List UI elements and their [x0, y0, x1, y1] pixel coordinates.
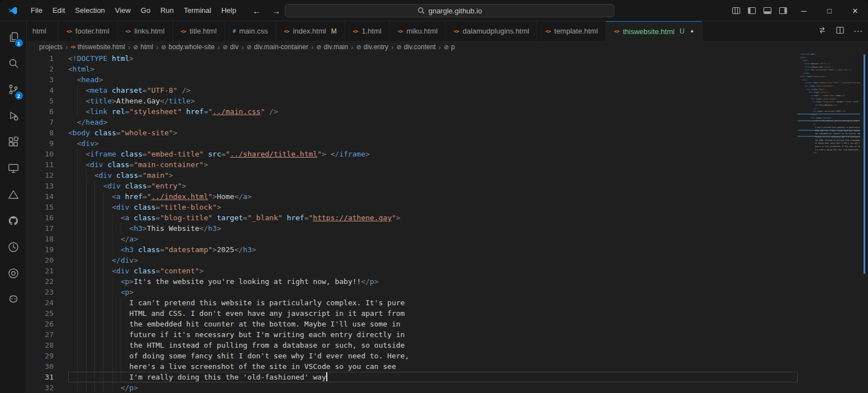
line-number[interactable]: 9 [27, 138, 68, 149]
activity-clock-extension-icon[interactable] [0, 234, 27, 260]
breadcrumb-item-p[interactable]: ⊘p [443, 43, 455, 51]
code-line-12[interactable]: <div class="main"> [68, 170, 798, 181]
code-line-9[interactable]: <div> [68, 138, 798, 149]
line-number[interactable]: 13 [27, 181, 68, 191]
code-line-7[interactable]: </head> [68, 117, 798, 127]
activity-target-extension-icon[interactable] [0, 260, 27, 286]
code-area[interactable]: <!DOCTYPE html><html> <head> <meta chars… [68, 53, 798, 393]
code-line-1[interactable]: <!DOCTYPE html> [68, 53, 798, 64]
breadcrumb-item-body-whole-site[interactable]: ⊘body.whole-site [161, 43, 215, 51]
minimize-button[interactable]: ─ [791, 0, 817, 21]
menu-help[interactable]: Help [216, 3, 241, 18]
code-line-3[interactable]: <head> [68, 74, 798, 85]
activity-extensions-icon[interactable] [0, 129, 27, 155]
tab-main.css[interactable]: #main.css [225, 21, 276, 41]
line-number[interactable]: 2 [27, 64, 68, 74]
code-line-14[interactable]: <a href="../index.html">Home</a> [68, 191, 798, 202]
tab-dalamudplugins.html[interactable]: <>dalamudplugins.html [446, 21, 537, 41]
code-line-28[interactable]: the HTML instead of pulling from a datab… [68, 340, 798, 351]
toggle-primary-sidebar-icon[interactable] [744, 0, 760, 21]
breadcrumb-item-div-content[interactable]: ⊘div.content [397, 43, 436, 51]
line-number[interactable]: 20 [27, 255, 68, 266]
code-line-21[interactable]: <div class="content"> [68, 266, 798, 276]
line-number[interactable]: 29 [27, 351, 68, 361]
code-line-13[interactable]: <div class="entry"> [68, 181, 798, 191]
line-number[interactable]: 12 [27, 170, 68, 181]
activity-copilot-icon[interactable] [0, 286, 27, 312]
tab-template.html[interactable]: <>template.html [537, 21, 606, 41]
menu-edit[interactable]: Edit [47, 3, 70, 18]
code-line-15[interactable]: <div class="title-block"> [68, 202, 798, 212]
breadcrumb-item-projects[interactable]: projects [39, 43, 63, 51]
tab-title.html[interactable]: <>title.html [173, 21, 225, 41]
code-line-27[interactable]: future if it's necessary but I'm writing… [68, 329, 798, 340]
line-number[interactable]: 17 [27, 223, 68, 234]
line-number[interactable]: 30 [27, 361, 68, 372]
line-number[interactable]: 7 [27, 117, 68, 127]
code-line-20[interactable]: </div> [68, 255, 798, 266]
line-number[interactable]: 3 [27, 74, 68, 85]
activity-search-icon[interactable] [0, 50, 27, 76]
code-line-30[interactable]: here's a live screenshot of the site in … [68, 361, 798, 372]
line-number[interactable]: 19 [27, 244, 68, 255]
code-line-22[interactable]: <p>It's the website you're looking at ri… [68, 276, 798, 287]
code-line-11[interactable]: <div class="main-container"> [68, 159, 798, 170]
activity-remote-explorer-icon[interactable] [0, 155, 27, 181]
code-line-8[interactable]: <body class="whole-site"> [68, 127, 798, 138]
menu-run[interactable]: Run [155, 3, 179, 18]
code-line-25[interactable]: HTML and CSS. I don't even have any java… [68, 308, 798, 319]
breadcrumb-item-thiswebsite-html[interactable]: <>thiswebsite.html [70, 43, 125, 51]
breadcrumb-item-html[interactable]: ⊘html [133, 43, 153, 51]
tab-index.html[interactable]: <>index.htmlM [276, 21, 345, 41]
breadcrumb-item-div[interactable]: ⊘div [223, 43, 239, 51]
tab-footer.html[interactable]: <>footer.html [59, 21, 118, 41]
split-editor-icon[interactable] [836, 26, 845, 37]
code-line-6[interactable]: <link rel="stylesheet" href="../main.css… [68, 106, 798, 117]
close-button[interactable]: ✕ [842, 0, 868, 21]
breadcrumb-item-div-entry[interactable]: ⊘div.entry [356, 43, 389, 51]
line-number[interactable]: 18 [27, 234, 68, 244]
line-number[interactable]: 27 [27, 329, 68, 340]
code-line-4[interactable]: <meta charset="UTF-8" /> [68, 85, 798, 96]
code-line-16[interactable]: <a class="blog-title" target="_blank" hr… [68, 212, 798, 223]
menu-go[interactable]: Go [136, 3, 155, 18]
more-actions-icon[interactable]: ⋯ [853, 26, 862, 36]
open-changes-icon[interactable] [818, 26, 827, 37]
line-number[interactable]: 14 [27, 191, 68, 202]
line-number[interactable]: 26 [27, 319, 68, 329]
breadcrumb-item-div-main-container[interactable]: ⊘div.main-container [247, 43, 308, 51]
line-number[interactable]: 1 [27, 53, 68, 64]
tab-links.html[interactable]: <>links.html [118, 21, 173, 41]
code-line-19[interactable]: <h3 class="datestamp">2025</h3> [68, 244, 798, 255]
line-number[interactable]: 8 [27, 127, 68, 138]
line-number[interactable]: 24 [27, 297, 68, 308]
editor[interactable]: 1234567891011121314151617181920212223242… [27, 53, 868, 393]
code-line-23[interactable]: <p> [68, 287, 798, 297]
tab-html[interactable]: html [27, 21, 59, 41]
line-number[interactable]: 23 [27, 287, 68, 297]
command-center[interactable]: gnargle.github.io [285, 4, 614, 17]
line-number[interactable]: 22 [27, 276, 68, 287]
tab-1.html[interactable]: <>1.html [345, 21, 390, 41]
line-number[interactable]: 28 [27, 340, 68, 351]
line-number[interactable]: 11 [27, 159, 68, 170]
toggle-panel-icon[interactable] [760, 0, 775, 21]
code-line-26[interactable]: the embedded hit counter at the bottom. … [68, 319, 798, 329]
dirty-indicator-icon[interactable]: ● [690, 29, 693, 34]
minimap[interactable]: <!DOCTYPE html><html> <head> <meta chars… [798, 53, 860, 393]
toggle-secondary-sidebar-icon[interactable] [775, 0, 791, 21]
code-line-31[interactable]: I'm really doing this the 'old-fashioned… [68, 372, 798, 382]
code-line-18[interactable]: </a> [68, 234, 798, 244]
layout-columns-icon[interactable] [728, 0, 744, 21]
code-line-10[interactable]: <iframe class="embed-title" src="../shar… [68, 149, 798, 159]
tab-thiswebsite.html[interactable]: <>thiswebsite.htmlU● [606, 21, 702, 41]
menu-terminal[interactable]: Terminal [179, 3, 216, 18]
activity-triangle-extension-icon[interactable] [0, 181, 27, 207]
back-icon[interactable]: ← [252, 6, 261, 16]
activity-source-control-icon[interactable]: 2 [0, 76, 27, 102]
line-number[interactable]: 10 [27, 149, 68, 159]
breadcrumb-item-div-main[interactable]: ⊘div.main [316, 43, 348, 51]
code-line-2[interactable]: <html> [68, 64, 798, 74]
activity-run-and-debug-icon[interactable] [0, 102, 27, 129]
line-number[interactable]: 5 [27, 96, 68, 106]
